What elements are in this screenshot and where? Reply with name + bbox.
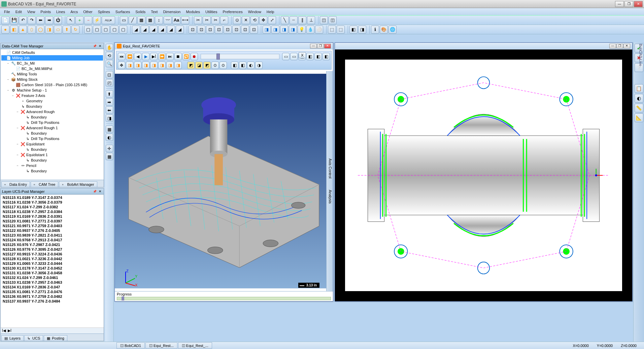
gcode-output[interactable]: N15115 X1.0189 Y-7.3147 Z-0.0374N15116 X… [1,195,104,327]
patch5-icon[interactable]: ▢ [119,26,127,34]
vrotate-icon[interactable]: ⟲ [106,52,113,59]
vp2-close-button[interactable]: ✕ [623,44,630,48]
sim-step-fwd-icon[interactable]: ▶ⅼ [150,53,158,60]
drop-icon[interactable]: 💧 [306,26,314,34]
menu-solids[interactable]: Solids [133,9,148,14]
op6-icon[interactable]: ⊡ [232,26,240,34]
op5-icon[interactable]: ⊡ [224,26,232,34]
doc-tab[interactable]: ◫Equi_Rest... [145,342,177,349]
prism-icon[interactable]: ◨ [45,26,53,34]
menu-utilities[interactable]: Utilities [203,9,220,14]
vhand-icon[interactable]: ✋ [106,44,113,51]
viso-icon[interactable]: ◨ [106,114,113,122]
bolt-icon[interactable]: ⚡ [93,16,101,24]
op8-icon[interactable]: ⊡ [250,26,258,34]
tree-node[interactable]: ↳Drill Tip Positions [1,136,103,141]
sim-sel4-icon[interactable]: ⊙ [211,62,219,69]
torus-icon[interactable]: ◯ [36,26,44,34]
sel-icon[interactable]: ⬚ [328,26,336,34]
cube-icon[interactable]: ◫ [320,16,328,24]
patch-icon[interactable]: ▢ [84,26,92,34]
tree-node[interactable]: −❌Equidistant [1,141,103,147]
panel-close-icon[interactable]: ✕ [98,189,102,193]
tree-node[interactable]: ↳Drill Tip Positions [1,120,103,125]
vshade-icon[interactable]: ◐ [106,134,113,141]
surf4-icon[interactable]: ◢ [158,26,166,34]
vaxis-icon[interactable]: ✛ [106,145,113,152]
all-button[interactable]: ALL▾ [102,16,115,24]
sim-cube3-icon[interactable]: ◨ [142,62,149,69]
scroll-right-icon[interactable]: ▶ⅼ [8,328,11,333]
tab-layers[interactable]: ▤Layers [1,335,24,341]
tree-node[interactable]: ↳Boundary [1,114,103,120]
sim-opt6-icon[interactable]: ◧ [323,53,330,60]
view2-icon[interactable]: ◨ [358,26,366,34]
vside-icon[interactable]: ⬅ [106,106,113,114]
sim-cube5-icon[interactable]: ◨ [158,62,166,69]
right-dock-label[interactable]: BobCAD Live [639,44,643,66]
tree-node[interactable]: −❌Feature 3 Axis [1,93,103,98]
tree-node[interactable]: ↳Boundary [1,104,103,109]
tree-node[interactable]: 📄BC_3x_Mill.MillPst [1,66,103,71]
tree-node[interactable]: −📄Milling Job [1,55,103,61]
menu-help[interactable]: Help [264,9,277,14]
menu-other[interactable]: Other [80,9,95,14]
palette-icon[interactable]: 🎨 [380,26,388,34]
menu-dimension[interactable]: Dimension [160,9,183,14]
cube2-icon[interactable]: ◫ [329,16,337,24]
corner-icon[interactable]: ⌐ [220,16,228,24]
surf5-icon[interactable]: ◢ [167,26,175,34]
text-icon[interactable]: Aa [172,16,180,24]
extrude-icon[interactable]: ⬆ [63,26,71,34]
menu-edit[interactable]: Edit [13,9,25,14]
solid2-icon[interactable]: ◨ [271,26,279,34]
surf6-icon[interactable]: ◢ [176,26,184,34]
ball-icon[interactable]: ⚪ [315,26,323,34]
cylinder-icon[interactable]: ⬯ [28,26,36,34]
doc-icon[interactable]: 📋 [635,84,643,93]
sphere-icon[interactable]: ● [1,26,9,34]
sim-cube4-icon[interactable]: ◨ [150,62,158,69]
menu-splines[interactable]: Splines [95,9,113,14]
sim-minimize-button[interactable]: — [310,44,317,48]
undo-icon[interactable]: ↶ [19,16,27,24]
remove-icon[interactable]: － [84,16,92,24]
cross-icon[interactable]: ✕ [242,16,250,24]
tree-node[interactable]: −⚙Machine Setup - 1 [1,88,103,93]
bulb-icon[interactable]: 💡 [298,26,306,34]
op3-icon[interactable]: ⊡ [206,26,214,34]
snap-icon[interactable]: ⊙ [233,16,241,24]
cam-tree[interactable]: 📄CAM Defaults−📄Milling Job−🔧BC_3x_Mil📄BC… [1,49,104,180]
shade-mode-icon[interactable]: ◐ [635,94,643,103]
surf3-icon[interactable]: ◢ [149,26,158,34]
tape-icon[interactable]: 📐 [635,113,643,122]
sim-play-icon[interactable]: ▶ [142,53,149,60]
sel2-icon[interactable]: ⬚ [337,26,345,34]
sim-view2-icon[interactable]: ◧ [239,62,246,69]
sim-opt1-icon[interactable]: ▭ [282,53,290,60]
trim-icon[interactable]: ✂ [194,16,202,24]
pipe-icon[interactable]: ⬭ [54,26,62,34]
tree-node[interactable]: 🔨Milling Tools [1,71,103,77]
sim-sel3-icon[interactable]: ◩ [203,62,211,69]
menu-arcs[interactable]: Arcs [68,9,80,14]
sim-move-icon[interactable]: ✥ [118,62,125,69]
sim-step-back-icon[interactable]: ◀ [134,53,141,60]
progress-bar[interactable] [117,297,331,300]
solid-icon[interactable]: ◨ [263,26,271,34]
sim-skip-end-icon[interactable]: ⏭ [166,53,174,60]
globe-icon[interactable]: 🌐 [388,26,397,34]
doc-tab[interactable]: ◫BobCAD1 [116,342,145,349]
sim-cube2-icon[interactable]: ◨ [134,62,141,69]
vfront-icon[interactable]: ➡ [106,98,113,106]
line2-icon[interactable]: ╲ [281,16,289,24]
sim-fast-fwd-icon[interactable]: ⏩ [158,53,166,60]
rotate-icon[interactable]: ⟲ [250,16,259,24]
sim-cube6-icon[interactable]: ◨ [166,62,174,69]
op4-icon[interactable]: ⊡ [215,26,223,34]
info-icon[interactable]: ℹ [371,26,379,34]
revolve-icon[interactable]: ↻ [71,26,79,34]
patch3-icon[interactable]: ▢ [102,26,110,34]
tab-posting[interactable]: ▦Posting [44,335,67,341]
ruler-icon[interactable]: 📏 [635,104,643,112]
